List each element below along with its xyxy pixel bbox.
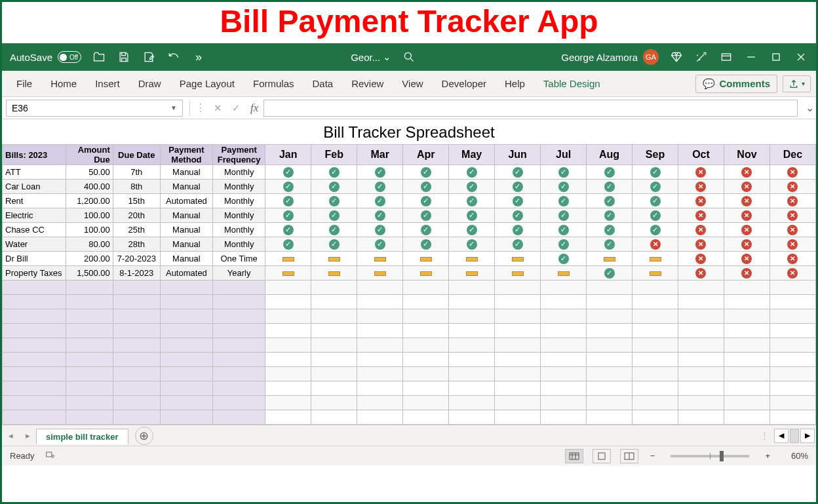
view-normal-icon[interactable] [565, 449, 583, 463]
table-row[interactable] [3, 410, 816, 425]
status-cell[interactable]: ✕ [678, 237, 724, 252]
table-row[interactable]: Chase CC100.0025thManualMonthly✓✓✓✓✓✓✓✓✓… [3, 223, 816, 237]
status-cell[interactable] [311, 252, 357, 266]
cell[interactable] [403, 367, 449, 381]
cell[interactable]: 100.00 [66, 208, 113, 223]
cell[interactable]: Manual [160, 180, 212, 194]
status-cell[interactable] [265, 252, 311, 266]
cell[interactable] [587, 381, 633, 396]
status-cell[interactable]: ✕ [724, 266, 769, 281]
status-cell[interactable]: ✕ [678, 208, 724, 223]
cell[interactable] [724, 396, 769, 410]
status-cell[interactable] [541, 266, 587, 281]
column-header[interactable]: Sep [633, 145, 678, 165]
status-cell[interactable]: ✕ [724, 208, 769, 223]
cell[interactable] [160, 324, 212, 338]
cell[interactable] [160, 410, 212, 425]
cell[interactable]: 25th [113, 223, 160, 237]
close-icon[interactable] [794, 50, 808, 64]
more-commands-icon[interactable]: » [191, 50, 206, 64]
status-cell[interactable]: ✓ [541, 252, 587, 266]
cell[interactable] [724, 381, 769, 396]
status-cell[interactable]: ✓ [587, 208, 633, 223]
cell[interactable]: Manual [160, 165, 212, 180]
status-cell[interactable]: ✓ [403, 237, 449, 252]
cell[interactable] [66, 396, 113, 410]
cell[interactable] [449, 324, 495, 338]
cell[interactable] [495, 353, 541, 367]
status-cell[interactable]: ✕ [724, 237, 769, 252]
cell[interactable] [265, 410, 311, 425]
cell[interactable] [541, 324, 587, 338]
cell[interactable]: Water [3, 237, 66, 252]
status-cell[interactable]: ✓ [541, 208, 587, 223]
cell[interactable] [3, 381, 66, 396]
status-cell[interactable]: ✓ [449, 194, 495, 208]
cell[interactable] [541, 309, 587, 324]
cell[interactable] [678, 281, 724, 295]
cell[interactable]: Dr Bill [3, 252, 66, 266]
status-cell[interactable]: ✕ [678, 252, 724, 266]
tab-data[interactable]: Data [303, 71, 342, 97]
cell[interactable] [311, 367, 357, 381]
cell[interactable]: Monthly [213, 237, 265, 252]
cell[interactable] [449, 338, 495, 353]
cell[interactable]: 200.00 [66, 252, 113, 266]
cell[interactable] [633, 410, 678, 425]
status-cell[interactable]: ✕ [678, 223, 724, 237]
cell[interactable] [495, 410, 541, 425]
table-row[interactable] [3, 396, 816, 410]
status-cell[interactable]: ✓ [311, 165, 357, 180]
cell[interactable] [541, 381, 587, 396]
status-cell[interactable]: ✓ [587, 237, 633, 252]
table-row[interactable]: ATT50.007thManualMonthly✓✓✓✓✓✓✓✓✓✕✕✕ [3, 165, 816, 180]
status-cell[interactable]: ✓ [449, 237, 495, 252]
cell[interactable] [587, 281, 633, 295]
cell[interactable] [3, 338, 66, 353]
status-cell[interactable] [495, 266, 541, 281]
cell[interactable] [449, 381, 495, 396]
status-cell[interactable] [633, 266, 678, 281]
cell[interactable] [769, 295, 815, 309]
status-cell[interactable]: ✓ [495, 208, 541, 223]
cell[interactable] [678, 295, 724, 309]
cell[interactable] [724, 309, 769, 324]
status-cell[interactable]: ✕ [769, 180, 815, 194]
cell[interactable] [265, 338, 311, 353]
status-cell[interactable]: ✕ [769, 165, 815, 180]
column-header[interactable]: Jun [495, 145, 541, 165]
cell[interactable] [66, 410, 113, 425]
status-cell[interactable]: ✓ [587, 194, 633, 208]
cell[interactable] [357, 309, 403, 324]
drag-handle-icon[interactable]: ⋮ [193, 102, 208, 114]
cell[interactable] [678, 324, 724, 338]
cell[interactable] [633, 381, 678, 396]
undo-icon[interactable] [166, 50, 181, 64]
status-cell[interactable]: ✓ [265, 165, 311, 180]
bill-table[interactable]: Bills: 2023AmountDueDue DatePaymentMetho… [2, 144, 816, 425]
drag-handle-icon[interactable]: ⋮ [760, 431, 769, 440]
cell[interactable] [265, 396, 311, 410]
cell[interactable] [113, 324, 160, 338]
column-header[interactable]: Jul [541, 145, 587, 165]
status-cell[interactable]: ✓ [587, 180, 633, 194]
cell[interactable] [587, 353, 633, 367]
cell[interactable] [403, 324, 449, 338]
open-icon[interactable] [92, 50, 106, 64]
status-cell[interactable]: ✓ [403, 223, 449, 237]
tab-help[interactable]: Help [496, 71, 534, 97]
cell[interactable] [265, 309, 311, 324]
zoom-out-button[interactable]: − [648, 451, 658, 461]
status-cell[interactable]: ✓ [495, 180, 541, 194]
cell[interactable] [160, 281, 212, 295]
status-cell[interactable]: ✓ [495, 194, 541, 208]
cell[interactable] [769, 281, 815, 295]
status-cell[interactable]: ✓ [633, 208, 678, 223]
share-button[interactable]: ▾ [783, 75, 811, 92]
status-cell[interactable]: ✕ [769, 237, 815, 252]
status-cell[interactable]: ✓ [357, 194, 403, 208]
cell[interactable] [113, 338, 160, 353]
cell[interactable]: 50.00 [66, 165, 113, 180]
status-cell[interactable]: ✓ [587, 266, 633, 281]
cell[interactable] [449, 353, 495, 367]
